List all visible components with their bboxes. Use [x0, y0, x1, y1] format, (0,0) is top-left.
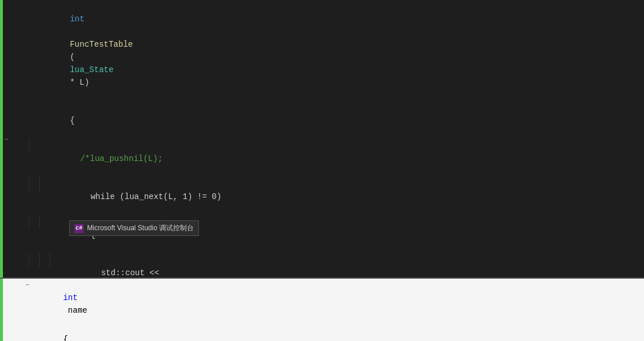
indents-3 — [29, 140, 39, 152]
bottom-content-2: { — [32, 320, 68, 341]
code-line-4: while (lua_next(L, 1) != 0) — [50, 178, 644, 216]
left-bar-bottom-2 — [0, 320, 3, 341]
bottom-gutter-1: − — [3, 279, 32, 291]
code-editor: − int FuncTestTable ( lua_State * L) { — [0, 0, 644, 278]
debug-console-tooltip: c# Microsoft Visual Studio 调试控制台 — [69, 220, 199, 236]
fold-icon-1[interactable]: − — [4, 0, 8, 6]
debug-icon: c# — [74, 224, 84, 233]
paren-open: ( — [70, 53, 74, 62]
fold-icon-3[interactable]: − — [4, 133, 8, 146]
indent-4-2 — [39, 178, 50, 190]
bottom-int: int — [63, 293, 77, 302]
bottom-fold-1[interactable]: − — [25, 279, 29, 291]
line-cout1: std::cout << "key:" << lua_tostring(L, -… — [0, 254, 644, 278]
comment-start: /*lua_pushnil(L); — [80, 154, 163, 163]
line-while: while (lua_next(L, 1) != 0) — [0, 178, 644, 216]
indents-6 — [29, 254, 60, 267]
func-name: FuncTestTable — [70, 40, 133, 49]
type-luastate: lua_State — [70, 65, 114, 74]
left-bar — [0, 102, 3, 140]
indent-6-3 — [50, 254, 60, 267]
param: * L) — [70, 78, 89, 87]
indents-4 — [29, 178, 50, 190]
line-open-brace-1: { — [0, 102, 644, 140]
code-line-6: std::cout << "key:" << lua_tostring(L, -… — [60, 254, 644, 278]
debug-icon-text: c# — [76, 225, 82, 231]
left-bar — [0, 254, 3, 278]
bottom-panel: − int name : zhangsan { — [0, 278, 644, 341]
code-line-2: { — [29, 102, 644, 140]
code-line-3: /*lua_pushnil(L); — [39, 140, 644, 178]
indent-6-1 — [29, 254, 39, 267]
indent-3-1 — [29, 140, 39, 152]
indent-5-1 — [29, 216, 39, 228]
indent-6-2 — [39, 254, 50, 267]
bottom-name-label: name — [63, 306, 87, 315]
indents-5 — [29, 216, 50, 228]
bottom-brace: { — [63, 335, 67, 341]
keyword-int: int — [70, 14, 84, 24]
while-stmt: while (lua_next(L, 1) != 0) — [91, 192, 221, 201]
bottom-line-1: − int name : zhangsan — [0, 279, 644, 320]
left-bar — [0, 0, 3, 102]
left-bar — [0, 178, 3, 216]
line-func-decl: − int FuncTestTable ( lua_State * L) — [0, 0, 644, 102]
debug-title: Microsoft Visual Studio 调试控制台 — [87, 223, 194, 233]
left-bar — [0, 216, 3, 254]
brace-open: { — [70, 116, 74, 125]
line-comment-open: − /*lua_pushnil(L); — [0, 140, 644, 178]
indent-5-2 — [39, 216, 50, 228]
space — [70, 27, 74, 36]
cout-prefix: std::cout << — [101, 268, 164, 278]
left-bar — [0, 140, 3, 178]
indent-4-1 — [29, 178, 39, 190]
code-line-1: int FuncTestTable ( lua_State * L) — [29, 0, 644, 102]
bottom-line-2: { — [0, 320, 644, 341]
